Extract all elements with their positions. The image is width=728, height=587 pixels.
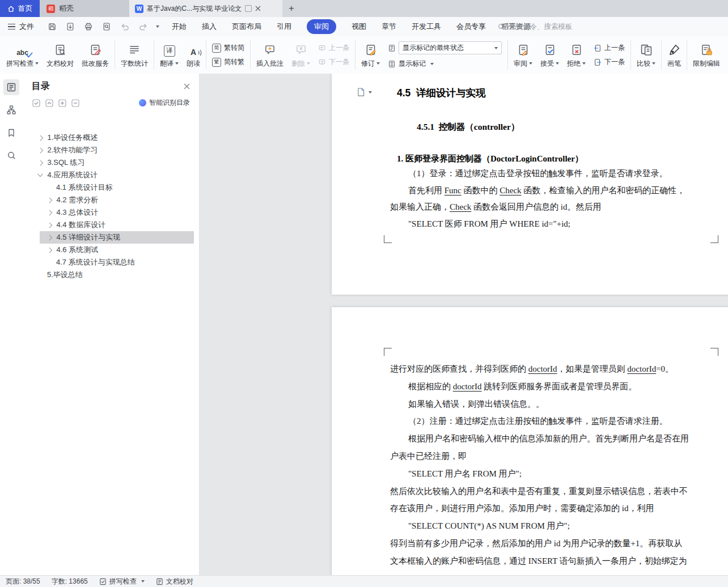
toc-collapse-all-icon[interactable] (45, 99, 54, 108)
grading-service-button[interactable]: 批改服务 (78, 40, 113, 70)
spell-check-button[interactable]: abc 拼写检查 (2, 40, 43, 70)
tab-member[interactable]: 会员专享 (456, 22, 486, 32)
doc-line[interactable]: （1）登录：通过绑定点击登录按钮的触发事件，监听是否请求登录。 (332, 165, 728, 182)
delete-comment-button[interactable]: 删除 (287, 40, 314, 70)
toc-item[interactable]: 4.应用系统设计 (23, 169, 199, 181)
toc-item[interactable]: 1.毕设任务概述 (23, 131, 199, 144)
doc-line[interactable]: 然后依次比较输入的用户名和表中是否有重复，重复则显示错误信息，若表中不 (332, 483, 728, 500)
toc-item[interactable]: 4.7 系统设计与实现总结 (23, 256, 199, 269)
doc-line[interactable]: 得到当前有多少用户记录，然后添加的用户 id 为用户记录的数量+1。再获取从 (332, 535, 728, 552)
print-preview-button[interactable] (100, 20, 113, 33)
toc-expand-icon[interactable] (58, 99, 67, 108)
compare-button[interactable]: 比较 (633, 40, 659, 70)
page-settings-button[interactable] (357, 87, 372, 97)
undo-button[interactable] (118, 20, 132, 33)
save-button[interactable] (45, 20, 59, 33)
toc-item[interactable]: 3.SQL 练习 (23, 156, 199, 169)
page-settings-icon (357, 87, 365, 97)
doc-line[interactable]: 如果输入正确，Check 函数会返回用户信息的 id。然后用 (332, 199, 728, 216)
document-tab[interactable]: W 基于Java的C...与实现 毕业论文 (129, 0, 282, 17)
read-aloud-button[interactable]: A 朗读 (183, 40, 204, 70)
heading-4-5-1[interactable]: 4.5.1 控制器（controller） (417, 121, 519, 133)
doc-line[interactable]: 首先利用 Func 函数中的 Check 函数，检查输入的用户名和密码的正确性， (332, 182, 728, 199)
toc-collapse-icon[interactable] (71, 99, 80, 108)
toc-item[interactable]: 4.6 系统测试 (23, 244, 199, 256)
doc-proof-button[interactable]: 文档校对 (43, 40, 78, 70)
show-markup-button[interactable]: 显示标记 (386, 58, 503, 70)
docer-tab[interactable]: 稻 稻壳 (40, 0, 129, 17)
status-doc-proof-button[interactable]: 文档校对 (156, 577, 193, 586)
home-tab[interactable]: 首页 (0, 0, 40, 17)
review-button[interactable]: 审阅 (510, 40, 536, 70)
bookmark-panel-button[interactable] (3, 125, 19, 141)
markup-state-select[interactable]: 显示标记的最终状态 (399, 41, 502, 54)
tab-dev-tools[interactable]: 开发工具 (412, 22, 441, 32)
simp-to-trad-icon: 繁 (212, 58, 221, 67)
heading-4-5[interactable]: 4.5 详细设计与实现 (397, 86, 486, 100)
trad-to-simp-button[interactable]: 简 繁转简 (210, 42, 246, 54)
doc-permission-button[interactable]: 文档权限 (724, 40, 728, 70)
doc-line[interactable]: 进行对应的医师查找，并得到医师的 doctorId，如果是管理员则 doctor… (332, 360, 728, 378)
insert-comment-button[interactable]: 插入批注 (252, 40, 287, 70)
toc-item[interactable]: 2.软件功能学习 (23, 144, 199, 156)
doc-line[interactable]: （2）注册：通过绑定点击注册按钮的触发事件，监听是否请求注册。 (332, 412, 728, 430)
export-pdf-button[interactable] (64, 20, 77, 33)
word-count-button[interactable]: 字数统计 (117, 40, 152, 70)
quick-access-dropdown-icon[interactable] (156, 25, 159, 28)
translate-button[interactable]: 译 翻译 (156, 40, 183, 70)
status-spell-check-button[interactable]: 拼写检查 (99, 577, 145, 586)
accept-button[interactable]: 接受 (536, 40, 563, 70)
toc-item[interactable]: 4.4 数据库设计 (23, 219, 199, 231)
next-comment-button[interactable]: 下一条 (316, 56, 351, 68)
search-icon (7, 151, 16, 160)
toc-item[interactable]: 4.1 系统设计目标 (23, 181, 199, 194)
close-panel-button[interactable] (184, 83, 190, 90)
page-1[interactable]: 4.5 详细设计与实现 4.5.1 控制器（controller） 1. 医师登… (332, 74, 728, 295)
prev-revision-button[interactable]: 上一条 (592, 42, 627, 54)
doc-line[interactable]: 根据相应的 doctorId 跳转到医师服务界面或者是管理员界面。 (332, 378, 728, 395)
doc-line[interactable]: 户表中已经注册，即 (332, 448, 728, 465)
ink-pen-button[interactable]: 画笔 (663, 40, 685, 70)
toc-checkbox-icon[interactable] (32, 99, 41, 108)
tab-start[interactable]: 开始 (172, 22, 187, 32)
toc-item[interactable]: 5.毕设总结 (23, 269, 199, 281)
simp-to-trad-button[interactable]: 繁 简转繁 (210, 56, 246, 68)
new-tab-button[interactable]: + (282, 0, 300, 17)
restrict-editing-button[interactable]: 限制编辑 (689, 40, 724, 70)
margin-mark-icon (710, 235, 718, 243)
toc-item[interactable]: 4.3 总体设计 (23, 206, 199, 219)
compare-icon (640, 42, 653, 57)
command-search[interactable]: 查找命令、搜索模板 (498, 22, 573, 32)
print-button[interactable] (82, 20, 95, 33)
prev-comment-button[interactable]: 上一条 (316, 42, 351, 54)
toc-item-selected[interactable]: 4.5 详细设计与实现 (23, 231, 199, 244)
tab-insert[interactable]: 插入 (202, 22, 217, 32)
find-panel-button[interactable] (3, 147, 19, 163)
next-revision-button[interactable]: 下一条 (592, 56, 627, 68)
file-menu-button[interactable]: 文件 (0, 22, 40, 32)
doc-line[interactable]: "SELECT COUNT(*) AS NUM FROM 用户"; (332, 517, 728, 535)
tab-page-layout[interactable]: 页面布局 (232, 22, 261, 32)
page-2[interactable]: 进行对应的医师查找，并得到医师的 doctorId，如果是管理员则 doctor… (332, 307, 728, 576)
structure-panel-button[interactable] (3, 102, 19, 118)
reject-button[interactable]: 拒绝 (563, 40, 590, 70)
spell-check-icon: abc (16, 42, 28, 57)
doc-line[interactable]: 文本框输入的账户和密码信息，通过 INSERT 语句新插入一条用户，初始绑定为 (332, 552, 728, 570)
tab-references[interactable]: 引用 (277, 22, 291, 32)
toc-panel-button[interactable] (3, 79, 19, 95)
smart-toc-icon (139, 99, 146, 107)
track-changes-button[interactable]: 修订 (357, 40, 384, 70)
doc-line[interactable]: "SELECT 用户名 FROM 用户"; (332, 465, 728, 483)
tab-view[interactable]: 视图 (352, 22, 366, 32)
smart-toc-button[interactable]: 智能识别目录 (139, 98, 190, 108)
heading-controller[interactable]: 1. 医师登录界面控制器（DoctorLoginController） (397, 154, 583, 164)
doc-line[interactable]: 如果输入错误，则弹出错误信息。。 (332, 395, 728, 413)
tab-section[interactable]: 章节 (382, 22, 396, 32)
doc-line[interactable]: 存在该用户，则进行用户添加。添加用户时，需要确定添加的 id，利用 (332, 500, 728, 517)
toc-item[interactable]: 4.2 需求分析 (23, 194, 199, 206)
tab-review[interactable]: 审阅 (307, 19, 336, 34)
doc-line[interactable]: 根据用户名和密码输入框中的信息添加新的用户。首先判断用户名是否在用 (332, 430, 728, 448)
redo-button[interactable] (136, 20, 150, 33)
doc-line[interactable]: "SELECT 医师 FROM 用户 WHERE id="+id; (332, 216, 728, 233)
close-tab-icon[interactable] (255, 6, 261, 11)
